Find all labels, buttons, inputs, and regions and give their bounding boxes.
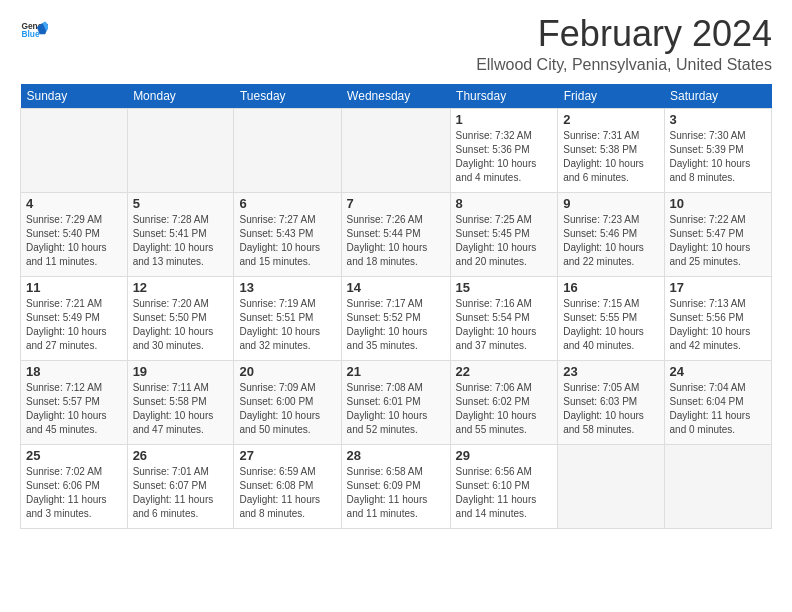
day-number: 26: [133, 448, 229, 463]
day-number: 2: [563, 112, 658, 127]
day-info: Sunrise: 7:25 AM Sunset: 5:45 PM Dayligh…: [456, 213, 553, 269]
day-number: 12: [133, 280, 229, 295]
calendar-cell: 28Sunrise: 6:58 AM Sunset: 6:09 PM Dayli…: [341, 445, 450, 529]
calendar-cell: 3Sunrise: 7:30 AM Sunset: 5:39 PM Daylig…: [664, 109, 771, 193]
calendar-week-3: 11Sunrise: 7:21 AM Sunset: 5:49 PM Dayli…: [21, 277, 772, 361]
day-number: 21: [347, 364, 445, 379]
calendar-cell: [21, 109, 128, 193]
day-info: Sunrise: 7:20 AM Sunset: 5:50 PM Dayligh…: [133, 297, 229, 353]
calendar-week-1: 1Sunrise: 7:32 AM Sunset: 5:36 PM Daylig…: [21, 109, 772, 193]
day-number: 17: [670, 280, 766, 295]
day-info: Sunrise: 7:01 AM Sunset: 6:07 PM Dayligh…: [133, 465, 229, 521]
day-number: 18: [26, 364, 122, 379]
col-sunday: Sunday: [21, 84, 128, 109]
calendar-cell: 27Sunrise: 6:59 AM Sunset: 6:08 PM Dayli…: [234, 445, 341, 529]
calendar-cell: 26Sunrise: 7:01 AM Sunset: 6:07 PM Dayli…: [127, 445, 234, 529]
svg-text:Blue: Blue: [21, 29, 39, 39]
header: General Blue February 2024 Ellwood City,…: [20, 16, 772, 74]
header-row: Sunday Monday Tuesday Wednesday Thursday…: [21, 84, 772, 109]
calendar-cell: 23Sunrise: 7:05 AM Sunset: 6:03 PM Dayli…: [558, 361, 664, 445]
calendar-cell: 25Sunrise: 7:02 AM Sunset: 6:06 PM Dayli…: [21, 445, 128, 529]
day-info: Sunrise: 7:21 AM Sunset: 5:49 PM Dayligh…: [26, 297, 122, 353]
day-info: Sunrise: 7:29 AM Sunset: 5:40 PM Dayligh…: [26, 213, 122, 269]
calendar-cell: 19Sunrise: 7:11 AM Sunset: 5:58 PM Dayli…: [127, 361, 234, 445]
day-info: Sunrise: 7:16 AM Sunset: 5:54 PM Dayligh…: [456, 297, 553, 353]
subtitle: Ellwood City, Pennsylvania, United State…: [476, 56, 772, 74]
col-friday: Friday: [558, 84, 664, 109]
day-info: Sunrise: 7:04 AM Sunset: 6:04 PM Dayligh…: [670, 381, 766, 437]
day-number: 14: [347, 280, 445, 295]
calendar-cell: 2Sunrise: 7:31 AM Sunset: 5:38 PM Daylig…: [558, 109, 664, 193]
col-wednesday: Wednesday: [341, 84, 450, 109]
calendar-week-2: 4Sunrise: 7:29 AM Sunset: 5:40 PM Daylig…: [21, 193, 772, 277]
col-thursday: Thursday: [450, 84, 558, 109]
calendar-cell: [558, 445, 664, 529]
calendar-cell: 24Sunrise: 7:04 AM Sunset: 6:04 PM Dayli…: [664, 361, 771, 445]
day-number: 4: [26, 196, 122, 211]
calendar-cell: 7Sunrise: 7:26 AM Sunset: 5:44 PM Daylig…: [341, 193, 450, 277]
calendar-cell: [664, 445, 771, 529]
calendar-cell: 14Sunrise: 7:17 AM Sunset: 5:52 PM Dayli…: [341, 277, 450, 361]
col-tuesday: Tuesday: [234, 84, 341, 109]
day-info: Sunrise: 7:27 AM Sunset: 5:43 PM Dayligh…: [239, 213, 335, 269]
day-number: 3: [670, 112, 766, 127]
col-monday: Monday: [127, 84, 234, 109]
calendar-cell: 29Sunrise: 6:56 AM Sunset: 6:10 PM Dayli…: [450, 445, 558, 529]
day-number: 25: [26, 448, 122, 463]
logo: General Blue: [20, 16, 48, 44]
day-info: Sunrise: 7:31 AM Sunset: 5:38 PM Dayligh…: [563, 129, 658, 185]
day-info: Sunrise: 7:17 AM Sunset: 5:52 PM Dayligh…: [347, 297, 445, 353]
day-number: 24: [670, 364, 766, 379]
calendar-week-4: 18Sunrise: 7:12 AM Sunset: 5:57 PM Dayli…: [21, 361, 772, 445]
calendar-cell: 13Sunrise: 7:19 AM Sunset: 5:51 PM Dayli…: [234, 277, 341, 361]
calendar-cell: 5Sunrise: 7:28 AM Sunset: 5:41 PM Daylig…: [127, 193, 234, 277]
day-info: Sunrise: 7:30 AM Sunset: 5:39 PM Dayligh…: [670, 129, 766, 185]
day-number: 15: [456, 280, 553, 295]
day-info: Sunrise: 7:22 AM Sunset: 5:47 PM Dayligh…: [670, 213, 766, 269]
day-info: Sunrise: 7:28 AM Sunset: 5:41 PM Dayligh…: [133, 213, 229, 269]
day-number: 16: [563, 280, 658, 295]
day-info: Sunrise: 7:23 AM Sunset: 5:46 PM Dayligh…: [563, 213, 658, 269]
day-number: 29: [456, 448, 553, 463]
calendar-cell: 8Sunrise: 7:25 AM Sunset: 5:45 PM Daylig…: [450, 193, 558, 277]
day-info: Sunrise: 7:05 AM Sunset: 6:03 PM Dayligh…: [563, 381, 658, 437]
calendar-cell: [234, 109, 341, 193]
day-number: 6: [239, 196, 335, 211]
calendar-cell: 12Sunrise: 7:20 AM Sunset: 5:50 PM Dayli…: [127, 277, 234, 361]
calendar-cell: [341, 109, 450, 193]
day-number: 1: [456, 112, 553, 127]
day-number: 5: [133, 196, 229, 211]
calendar-cell: 10Sunrise: 7:22 AM Sunset: 5:47 PM Dayli…: [664, 193, 771, 277]
calendar-cell: 11Sunrise: 7:21 AM Sunset: 5:49 PM Dayli…: [21, 277, 128, 361]
calendar-cell: 6Sunrise: 7:27 AM Sunset: 5:43 PM Daylig…: [234, 193, 341, 277]
day-info: Sunrise: 7:19 AM Sunset: 5:51 PM Dayligh…: [239, 297, 335, 353]
day-number: 7: [347, 196, 445, 211]
day-info: Sunrise: 7:12 AM Sunset: 5:57 PM Dayligh…: [26, 381, 122, 437]
calendar-cell: 22Sunrise: 7:06 AM Sunset: 6:02 PM Dayli…: [450, 361, 558, 445]
calendar-cell: 16Sunrise: 7:15 AM Sunset: 5:55 PM Dayli…: [558, 277, 664, 361]
day-info: Sunrise: 6:58 AM Sunset: 6:09 PM Dayligh…: [347, 465, 445, 521]
day-info: Sunrise: 7:11 AM Sunset: 5:58 PM Dayligh…: [133, 381, 229, 437]
calendar-cell: 15Sunrise: 7:16 AM Sunset: 5:54 PM Dayli…: [450, 277, 558, 361]
calendar-cell: 1Sunrise: 7:32 AM Sunset: 5:36 PM Daylig…: [450, 109, 558, 193]
logo-icon: General Blue: [20, 16, 48, 44]
calendar-cell: 9Sunrise: 7:23 AM Sunset: 5:46 PM Daylig…: [558, 193, 664, 277]
day-number: 10: [670, 196, 766, 211]
calendar-cell: 18Sunrise: 7:12 AM Sunset: 5:57 PM Dayli…: [21, 361, 128, 445]
day-info: Sunrise: 6:56 AM Sunset: 6:10 PM Dayligh…: [456, 465, 553, 521]
calendar-week-5: 25Sunrise: 7:02 AM Sunset: 6:06 PM Dayli…: [21, 445, 772, 529]
day-number: 9: [563, 196, 658, 211]
day-info: Sunrise: 7:02 AM Sunset: 6:06 PM Dayligh…: [26, 465, 122, 521]
day-number: 22: [456, 364, 553, 379]
day-number: 19: [133, 364, 229, 379]
page-title: February 2024: [476, 16, 772, 52]
day-number: 27: [239, 448, 335, 463]
day-info: Sunrise: 7:08 AM Sunset: 6:01 PM Dayligh…: [347, 381, 445, 437]
day-number: 13: [239, 280, 335, 295]
day-number: 28: [347, 448, 445, 463]
day-info: Sunrise: 7:09 AM Sunset: 6:00 PM Dayligh…: [239, 381, 335, 437]
day-number: 20: [239, 364, 335, 379]
day-number: 23: [563, 364, 658, 379]
page-container: General Blue February 2024 Ellwood City,…: [0, 0, 792, 541]
day-info: Sunrise: 6:59 AM Sunset: 6:08 PM Dayligh…: [239, 465, 335, 521]
